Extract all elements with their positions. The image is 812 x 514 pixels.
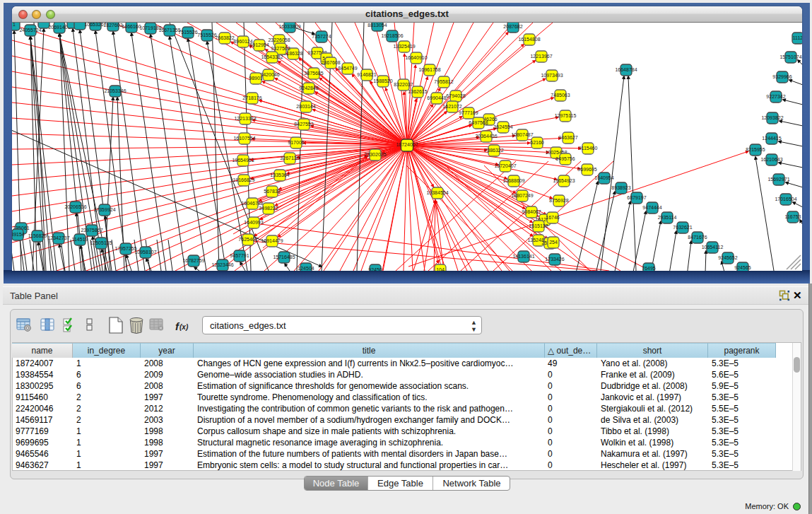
svg-text:16033809: 16033809 [278, 24, 300, 29]
svg-text:15716485: 15716485 [273, 255, 295, 259]
svg-text:9084067: 9084067 [522, 209, 541, 214]
svg-text:14136141: 14136141 [512, 254, 534, 259]
svg-text:10654112: 10654112 [702, 245, 724, 250]
svg-text:23302035: 23302035 [364, 152, 386, 157]
svg-text:1615132: 1615132 [529, 223, 548, 228]
svg-text:6466160: 6466160 [122, 24, 141, 29]
svg-text:20206536: 20206536 [64, 204, 86, 209]
svg-text:9146821: 9146821 [357, 72, 376, 77]
svg-text:3875685: 3875685 [304, 71, 323, 76]
svg-text:104: 104 [436, 267, 445, 271]
svg-text:16046788: 16046788 [241, 201, 263, 206]
svg-text:16648784: 16648784 [615, 67, 637, 72]
svg-text:1335364: 1335364 [270, 173, 289, 177]
svg-text:7357274: 7357274 [312, 34, 331, 39]
svg-text:76495: 76495 [642, 266, 656, 271]
svg-text:9474444: 9474444 [642, 205, 661, 210]
svg-text:19654963: 19654963 [232, 158, 254, 163]
svg-text:9115460: 9115460 [579, 146, 598, 151]
svg-text:15692971: 15692971 [767, 177, 789, 182]
svg-text:8912954: 8912954 [249, 42, 269, 47]
svg-text:8756928: 8756928 [549, 198, 568, 203]
svg-text:21053346: 21053346 [104, 88, 126, 93]
svg-text:12975115: 12975115 [555, 113, 577, 118]
svg-text:9699695: 9699695 [577, 167, 596, 172]
svg-text:19166829: 19166829 [233, 177, 254, 182]
svg-text:39154: 39154 [12, 232, 25, 237]
svg-text:20364436: 20364436 [475, 134, 497, 139]
svg-text:917006: 917006 [288, 140, 304, 145]
svg-text:98901: 98901 [249, 76, 263, 81]
svg-text:12342737: 12342737 [47, 235, 69, 240]
svg-text:7625402: 7625402 [238, 237, 257, 242]
svg-text:254: 254 [549, 240, 558, 245]
svg-text:16746: 16746 [546, 215, 560, 220]
svg-text:8427552: 8427552 [294, 122, 313, 127]
svg-text:7955812: 7955812 [434, 79, 453, 84]
svg-text:1588520: 1588520 [373, 78, 392, 83]
svg-text:17957255: 17957255 [114, 246, 136, 251]
svg-text:92450: 92450 [368, 267, 382, 271]
svg-text:12213967: 12213967 [530, 54, 552, 59]
svg-text:12505135: 12505135 [90, 240, 112, 245]
svg-text:1244415: 1244415 [762, 136, 781, 141]
svg-text:2803144: 2803144 [296, 104, 315, 109]
svg-text:13325419: 13325419 [393, 44, 415, 49]
svg-text:12213383: 12213383 [234, 116, 256, 121]
svg-text:19218506: 19218506 [381, 33, 403, 38]
svg-text:12323446: 12323446 [211, 262, 233, 267]
svg-text:1640954: 1640954 [594, 175, 613, 180]
svg-text:12093822: 12093822 [761, 115, 783, 120]
svg-text:18724007: 18724007 [396, 142, 418, 147]
svg-text:7386322: 7386322 [484, 148, 503, 153]
svg-text:9327503: 9327503 [271, 46, 290, 51]
svg-text:(x): (x) [180, 323, 189, 331]
svg-text:1621072: 1621072 [442, 104, 461, 109]
svg-text:6879197: 6879197 [627, 195, 646, 200]
svg-text:17016504: 17016504 [775, 197, 796, 201]
svg-text:116753: 116753 [785, 214, 801, 219]
svg-text:19654923: 19654923 [553, 178, 575, 183]
svg-text:1156829: 1156829 [28, 233, 47, 238]
svg-text:9457791: 9457791 [230, 253, 249, 258]
svg-text:23226058: 23226058 [268, 37, 290, 42]
svg-text:124504: 124504 [298, 266, 314, 271]
svg-text:16210643: 16210643 [760, 157, 782, 162]
svg-text:6497568: 6497568 [469, 120, 488, 125]
svg-text:1112: 1112 [793, 35, 802, 40]
svg-text:10688609: 10688609 [502, 178, 524, 183]
svg-text:10973493: 10973493 [541, 73, 563, 78]
svg-text:9245652: 9245652 [718, 255, 737, 260]
svg-text:10958107: 10958107 [134, 250, 156, 255]
svg-text:2935114: 2935114 [658, 215, 677, 220]
svg-text:16782759: 16782759 [182, 258, 204, 263]
svg-text:8813054: 8813054 [367, 23, 387, 28]
svg-text:10807487: 10807487 [511, 132, 533, 137]
svg-text:7485063: 7485063 [551, 93, 570, 98]
svg-text:7515526: 7515526 [178, 30, 197, 35]
svg-text:2867608: 2867608 [321, 60, 340, 65]
svg-text:8471676: 8471676 [688, 235, 707, 240]
svg-text:8322037: 8322037 [394, 82, 413, 87]
svg-text:9463627: 9463627 [558, 135, 577, 140]
svg-text:7632621: 7632621 [673, 225, 692, 230]
svg-text:16543382: 16543382 [261, 54, 283, 59]
svg-text:6990448: 6990448 [427, 95, 446, 100]
svg-text:924565: 924565 [734, 265, 751, 270]
svg-text:16914479: 16914479 [261, 238, 283, 243]
svg-text:9329966: 9329966 [772, 74, 792, 79]
svg-text:9227342: 9227342 [766, 94, 785, 99]
svg-text:3498222: 3498222 [259, 206, 278, 211]
svg-text:567833: 567833 [264, 189, 280, 194]
svg-text:114519: 114519 [72, 237, 88, 242]
svg-text:16671355: 16671355 [158, 28, 180, 33]
svg-text:9777169: 9777169 [459, 110, 478, 115]
svg-text:15751074: 15751074 [779, 54, 801, 59]
svg-text:6794028: 6794028 [446, 93, 465, 98]
svg-text:1827602: 1827602 [103, 23, 122, 28]
svg-text:3624554: 3624554 [493, 124, 512, 129]
svg-text:16107554: 16107554 [233, 136, 255, 141]
svg-text:3267130: 3267130 [280, 156, 299, 160]
svg-text:1733426: 1733426 [545, 257, 564, 262]
svg-text:7515526: 7515526 [197, 33, 216, 37]
